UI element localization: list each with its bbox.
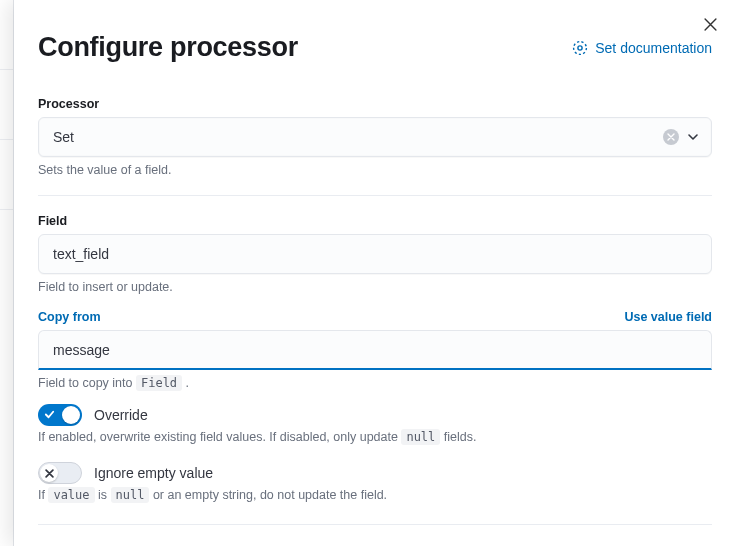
copy-from-label: Copy from: [38, 310, 101, 324]
chevron-down-icon: [687, 131, 699, 143]
close-icon: [704, 18, 717, 31]
override-help-code: null: [401, 429, 440, 445]
copy-from-desc-prefix: Field to copy into: [38, 376, 136, 390]
ignore-empty-p3: or an empty string, do not update the fi…: [149, 488, 387, 502]
clear-processor-button[interactable]: [663, 129, 679, 145]
documentation-link-label: Set documentation: [595, 40, 712, 56]
override-toggle-row: Override: [38, 404, 712, 426]
processor-select[interactable]: Set: [38, 117, 712, 157]
override-help-suffix: fields.: [440, 430, 476, 444]
ignore-empty-p2: is: [95, 488, 111, 502]
copy-from-description: Field to copy into Field .: [38, 376, 712, 390]
field-label: Field: [38, 214, 712, 228]
ignore-empty-toggle-row: Ignore empty value: [38, 462, 712, 484]
ignore-empty-c2: null: [111, 487, 150, 503]
field-group: Field Field to insert or update.: [38, 214, 712, 294]
ignore-empty-toggle[interactable]: [38, 462, 82, 484]
close-icon: [667, 133, 675, 141]
ignore-empty-help: If value is null or an empty string, do …: [38, 488, 712, 502]
field-input[interactable]: [38, 234, 712, 274]
close-button[interactable]: [700, 14, 720, 34]
svg-point-1: [578, 45, 582, 49]
override-help-prefix: If enabled, overwrite existing field val…: [38, 430, 401, 444]
processor-selected-value: Set: [39, 129, 663, 145]
divider: [38, 195, 712, 196]
override-toggle[interactable]: [38, 404, 82, 426]
svg-point-0: [574, 41, 587, 54]
help-icon: [572, 40, 588, 56]
use-value-field-link[interactable]: Use value field: [624, 310, 712, 324]
processor-field-group: Processor Set Sets the value of a field.: [38, 97, 712, 177]
copy-from-desc-suffix: .: [182, 376, 189, 390]
copy-from-desc-code: Field: [136, 375, 182, 391]
check-icon: [44, 409, 55, 420]
field-description: Field to insert or update.: [38, 280, 712, 294]
documentation-link[interactable]: Set documentation: [572, 40, 712, 56]
ignore-empty-label: Ignore empty value: [94, 465, 213, 481]
ignore-empty-p1: If: [38, 488, 48, 502]
copy-from-input[interactable]: [38, 330, 712, 370]
divider: [38, 524, 712, 525]
override-help: If enabled, overwrite existing field val…: [38, 430, 712, 444]
override-label: Override: [94, 407, 148, 423]
processor-description: Sets the value of a field.: [38, 163, 712, 177]
processor-label: Processor: [38, 97, 712, 111]
page-title: Configure processor: [38, 32, 298, 63]
expand-processor-dropdown[interactable]: [685, 129, 701, 145]
background-underlay: [0, 0, 14, 546]
ignore-empty-c1: value: [48, 487, 94, 503]
configure-processor-panel: Configure processor Set documentation Pr…: [14, 0, 736, 546]
copy-from-group: Copy from Use value field Field to copy …: [38, 310, 712, 390]
close-icon: [45, 469, 54, 478]
